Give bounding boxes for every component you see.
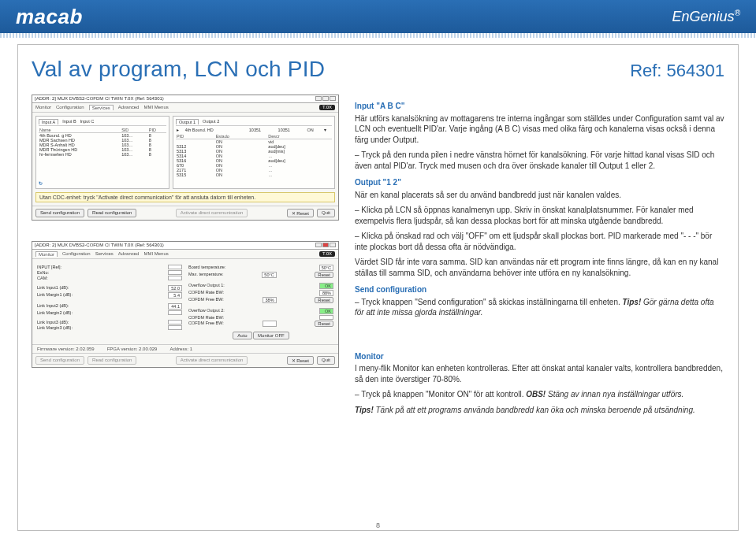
activate-comm-button-2[interactable]: Activate direct communication [176, 356, 248, 365]
heading-output: Output "1 2" [355, 177, 724, 188]
heading-input: Input "A B C" [355, 101, 724, 112]
brand-badge: T.0X [319, 105, 335, 110]
monitor-left-col: INPUT [Ref]: EsNo: CAM: Link Input1 (dB)… [37, 264, 182, 339]
reset-bw2-button[interactable]: Reset [315, 321, 333, 327]
brand-badge-2: T.0X [319, 251, 335, 257]
window-title-2: [ADDR: 2] MUX DVBS2-COFDM CI TWIN T.0X (… [35, 243, 164, 248]
quit-button-2[interactable]: Quit [317, 356, 335, 365]
main-tabs-2: Monitor Configuration Services Advanced … [32, 250, 338, 259]
page-title: Val av program, LCN och PID [32, 57, 325, 82]
header-bar: macab EnGenius® [0, 0, 756, 33]
hint-cdc: Utan CDC-enhet: tryck "Activate direct c… [35, 192, 335, 202]
page-number: 8 [376, 521, 380, 529]
window-title: [ADDR: 2] MUX DVBS2-COFDM CI TWIN T.0X (… [35, 96, 164, 102]
read-config-button[interactable]: Read configuration [88, 209, 136, 217]
output-table: PIDEstadoDescr ONvid 5312ONaud[deu] 5313… [176, 134, 332, 177]
window-controls-2 [315, 243, 336, 248]
monitor-right-col: Board temperature:50°C Max. temperature:… [188, 264, 333, 339]
main-tabs: Monitor Configuration Services Advanced … [32, 103, 338, 113]
status-bar: Firmware version: 2.02.059 FPGA version:… [32, 344, 338, 353]
page-ref: Ref: 564301 [630, 61, 724, 81]
window-controls [315, 96, 336, 102]
send-config-button-2[interactable]: Send configuration [35, 356, 84, 365]
reset-button-2[interactable]: ✕ Reset [287, 356, 314, 365]
send-config-button[interactable]: Send configuration [35, 209, 84, 217]
reset-bw1-button[interactable]: Reset [315, 297, 333, 303]
quit-button[interactable]: Quit [317, 209, 335, 217]
screenshot-monitor: [ADDR: 2] MUX DVBS2-COFDM CI TWIN T.0X (… [32, 241, 339, 368]
heading-send-config: Send configuration [355, 284, 724, 295]
logo-engenius: EnGenius® [672, 9, 740, 25]
reset-button[interactable]: ✕ Reset [287, 209, 314, 217]
reset-temp-button[interactable]: Reset [315, 272, 333, 278]
input-table: NameSIDPID 4th Bound. g HD103…8 MDR Sach… [39, 128, 166, 157]
scan-arrow-icon[interactable]: ↻ [39, 181, 43, 186]
monitor-off-button[interactable]: Monitor OFF [253, 332, 289, 339]
activate-comm-button[interactable]: Activate direct communication [176, 209, 248, 217]
logo-macab: macab [16, 5, 83, 29]
body-text: Input "A B C" Här utförs kanalsökning av… [355, 95, 724, 420]
auto-button[interactable]: Auto [233, 332, 251, 339]
output-top-row: ▸ 4th Bound. HD 10351 10351 ON ▾ [176, 128, 332, 132]
read-config-button-2[interactable]: Read configuration [88, 356, 136, 365]
screenshot-configuration: [ADDR: 2] MUX DVBS2-COFDM CI TWIN T.0X (… [32, 95, 339, 221]
heading-monitor: Monitor [355, 351, 724, 362]
